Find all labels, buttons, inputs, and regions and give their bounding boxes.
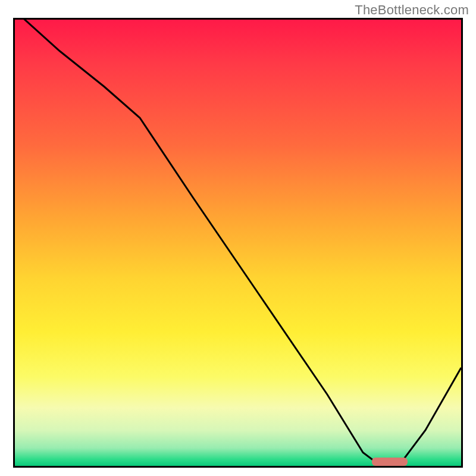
minimum-marker <box>372 458 408 466</box>
bottleneck-curve <box>15 20 461 466</box>
line-series <box>15 20 461 466</box>
chart-stage: TheBottleneck.com <box>0 0 476 476</box>
watermark-text: TheBottleneck.com <box>355 2 469 18</box>
plot-area <box>13 18 463 468</box>
